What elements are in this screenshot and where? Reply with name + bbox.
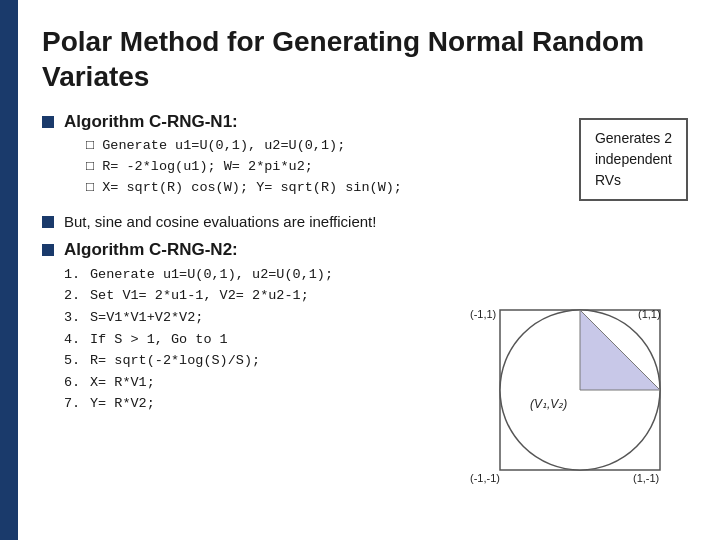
step-text-3: S=V1*V1+V2*V2; [90,307,203,329]
svg-text:(V₁,V₂): (V₁,V₂) [530,397,567,411]
step-1: 1. Generate u1=U(0,1), u2=U(0,1); [64,264,688,286]
svg-text:(1,1): (1,1) [638,308,661,320]
left-bar [0,0,18,540]
step-text-2: Set V1= 2*u1-1, V2= 2*u2-1; [90,285,309,307]
svg-text:(-1,1): (-1,1) [470,308,496,320]
svg-text:(1,-1): (1,-1) [633,472,659,484]
generates-box: Generates 2 independent RVs [579,118,688,201]
but-text: But, sine and cosine evaluations are ine… [64,213,376,230]
bullet-square-2 [42,216,54,228]
algorithm1-code: □ Generate u1=U(0,1), u2=U(0,1); □ R= -2… [86,136,402,199]
step-num-5: 5. [64,350,82,372]
algo1-line1: □ Generate u1=U(0,1), u2=U(0,1); [86,136,402,157]
algorithm2-label: Algorithm C-RNG-N2: [64,240,238,260]
but-line: But, sine and cosine evaluations are ine… [42,213,688,230]
algorithm2-header: Algorithm C-RNG-N2: [42,240,688,260]
step-text-1: Generate u1=U(0,1), u2=U(0,1); [90,264,333,286]
step-text-6: X= R*V1; [90,372,155,394]
step-num-4: 4. [64,329,82,351]
slide-title: Polar Method for Generating Normal Rando… [42,24,688,94]
algo1-line3: □ X= sqrt(R) cos(W); Y= sqrt(R) sin(W); [86,178,402,199]
algorithm1-label: Algorithm C-RNG-N1: [64,112,238,131]
slide: Polar Method for Generating Normal Rando… [0,0,720,540]
svg-text:(-1,-1): (-1,-1) [470,472,500,484]
step-text-4: If S > 1, Go to 1 [90,329,228,351]
bullet-square-3 [42,244,54,256]
step-num-2: 2. [64,285,82,307]
diagram: (-1,1) (1,1) (-1,-1) (1,-1) (V₁,V₂) [470,300,690,510]
bullet-square-1 [42,116,54,128]
step-text-5: R= sqrt(-2*log(S)/S); [90,350,260,372]
step-num-1: 1. [64,264,82,286]
step-num-7: 7. [64,393,82,415]
algo1-line2: □ R= -2*log(u1); W= 2*pi*u2; [86,157,402,178]
step-num-6: 6. [64,372,82,394]
step-text-7: Y= R*V2; [90,393,155,415]
step-num-3: 3. [64,307,82,329]
